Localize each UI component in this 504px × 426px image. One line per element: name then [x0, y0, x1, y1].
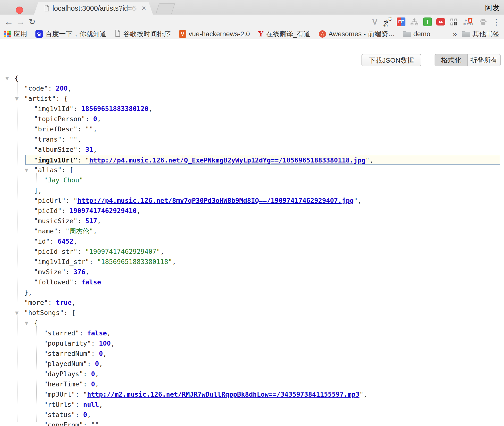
bookmark-label: Awesomes - 前端资… — [328, 29, 395, 39]
org-chart-extension-icon[interactable] — [410, 17, 419, 27]
qr-code-glyph — [450, 18, 458, 26]
json-url-link[interactable]: http://m2.music.126.net/RMJR7wDullRqppBk… — [87, 391, 360, 398]
json-punctuation: [ — [72, 309, 76, 316]
collapse-triangle-icon[interactable]: ▼ — [25, 318, 34, 328]
json-line: "picId_str": "19097417462929407", — [0, 247, 504, 257]
reload-button[interactable]: ↻ — [27, 15, 37, 29]
translate-extension-icon[interactable]: 英 ⇄ en — [383, 17, 393, 27]
json-line: "followed": false — [0, 277, 504, 287]
json-key: "dayPlays" — [44, 370, 83, 378]
json-key: "albumSize" — [34, 146, 77, 153]
tampermonkey-extension-icon[interactable]: T — [423, 17, 432, 27]
json-number-value: 0 — [91, 370, 95, 378]
json-line: ▼{ — [0, 318, 504, 328]
json-key: "mp3Url" — [44, 391, 75, 398]
json-number-value: 31 — [85, 146, 93, 153]
json-punctuation: , — [107, 329, 111, 337]
chrome-menu-icon[interactable]: ⋮ — [491, 17, 501, 27]
json-number-value: 6452 — [58, 238, 74, 245]
json-line: "rtUrls": null, — [0, 400, 504, 410]
bookmark-item[interactable]: demo — [403, 30, 430, 38]
bookmarks-bar: 应用百度一下，你就知道谷歌按时间排序Vvue-hackernews-2.0Y在线… — [0, 29, 504, 39]
bookmark-item[interactable]: Vvue-hackernews-2.0 — [179, 30, 250, 38]
json-key: "picId" — [34, 207, 62, 214]
json-url-link[interactable]: http://p4.music.126.net/Q_ExePNkmgB2yWyL… — [89, 156, 366, 164]
player-label: PLAYER — [463, 23, 474, 26]
json-punctuation: : — [91, 340, 99, 347]
bookmark-item[interactable]: 应用 — [4, 29, 27, 39]
json-key: "picUrl" — [34, 197, 66, 204]
extensions-row: V 英 ⇄ en FE T ▶▶ — [367, 15, 504, 29]
format-button[interactable]: 格式化 — [435, 54, 468, 66]
json-punctuation: : — [50, 238, 58, 245]
json-string-value: "Jay Chou" — [44, 176, 83, 184]
tab-title-fade — [125, 2, 140, 15]
json-punctuation: }, — [24, 289, 32, 296]
tab-close-icon[interactable]: × — [142, 2, 146, 15]
bookmark-item[interactable]: AAwesomes - 前端资… — [319, 29, 395, 39]
json-punctuation: , — [160, 248, 164, 255]
bookmarks-overflow-icon[interactable]: » — [453, 30, 457, 38]
fe-extension-icon[interactable]: FE — [396, 17, 406, 27]
json-punctuation: : — [89, 258, 97, 265]
html5-player-extension-icon[interactable]: ✈5 PLAYER — [462, 17, 475, 27]
json-keyword-value: false — [87, 329, 107, 337]
json-punctuation: , — [111, 340, 115, 347]
json-line: "copyFrom": "", — [0, 420, 504, 426]
json-key: "trans" — [34, 136, 62, 143]
qr-code-extension-icon[interactable] — [449, 17, 459, 27]
json-punctuation: : — [58, 227, 66, 235]
download-json-button[interactable]: 下载JSON数据 — [361, 54, 421, 66]
json-string-value: "18569651883380118" — [97, 258, 172, 265]
bookmark-item[interactable]: Y在线翻译_有道 — [258, 29, 311, 39]
json-line: ▼{ — [0, 73, 504, 83]
json-punctuation: , — [93, 227, 97, 235]
bookmark-item[interactable]: 谷歌按时间排序 — [115, 29, 171, 39]
json-line: ], — [0, 185, 504, 196]
paw-extension-icon[interactable] — [478, 17, 488, 27]
json-line: ▼"hotSongs": [ — [0, 308, 504, 318]
new-tab-button[interactable] — [156, 3, 175, 14]
video-speed-extension-icon[interactable]: ▶▶ — [436, 17, 445, 27]
browser-tab[interactable]: localhost:3000/artists?id=6452 × — [34, 2, 153, 15]
json-key: "rtUrls" — [44, 401, 75, 408]
page-icon — [115, 30, 121, 38]
json-number-value: 0 — [83, 411, 87, 418]
json-line: "name": "周杰伦", — [0, 226, 504, 236]
collapse-triangle-icon[interactable]: ▼ — [5, 73, 15, 83]
apps-icon — [4, 31, 11, 37]
collapse-triangle-icon[interactable]: ▼ — [15, 308, 24, 318]
json-punctuation: , — [95, 370, 99, 378]
close-window-button[interactable] — [16, 7, 23, 14]
json-line: "briefDesc": "", — [0, 124, 504, 134]
collapse-triangle-icon[interactable]: ▼ — [25, 165, 34, 175]
json-number-value: 0 — [99, 350, 103, 357]
json-key: "mvSize" — [34, 268, 66, 276]
collapse-triangle-icon[interactable]: ▼ — [15, 94, 24, 104]
json-punctuation: ", — [359, 391, 367, 398]
html5-glyph: 5 — [468, 18, 472, 23]
other-bookmarks-folder[interactable]: 其他书签 — [462, 29, 500, 39]
json-empty-string-value: "" — [69, 136, 77, 143]
awesomes-icon: A — [319, 30, 326, 38]
fe-glyph: FE — [397, 17, 405, 26]
bookmark-item[interactable]: 百度一下，你就知道 — [35, 29, 107, 39]
json-keyword-value: true — [56, 299, 72, 306]
json-key: "hearTime" — [44, 380, 83, 388]
json-punctuation: , — [148, 105, 152, 112]
json-punctuation: , — [103, 350, 107, 357]
collapse-all-button[interactable]: 折叠所有 — [468, 54, 500, 66]
profile-name[interactable]: 阿发 — [485, 0, 500, 15]
json-url-link[interactable]: http://p4.music.126.net/8mv7qP30Pd3oHW8b… — [77, 197, 354, 204]
vue-devtools-icon[interactable]: V — [370, 17, 380, 27]
json-punctuation: : — [62, 207, 70, 214]
json-punctuation: : — [77, 248, 85, 255]
json-line: "musicSize": 517, — [0, 216, 504, 226]
json-punctuation: : — [77, 146, 85, 153]
json-key: "img1v1Id" — [34, 105, 74, 112]
json-line-highlighted: "img1v1Url": "http://p4.music.126.net/Q_… — [25, 155, 500, 165]
json-number-value: 0 — [95, 360, 99, 367]
json-number-value: 18569651883380120 — [81, 105, 148, 112]
back-button[interactable]: ← — [3, 15, 14, 29]
json-punctuation: : — [87, 360, 95, 367]
